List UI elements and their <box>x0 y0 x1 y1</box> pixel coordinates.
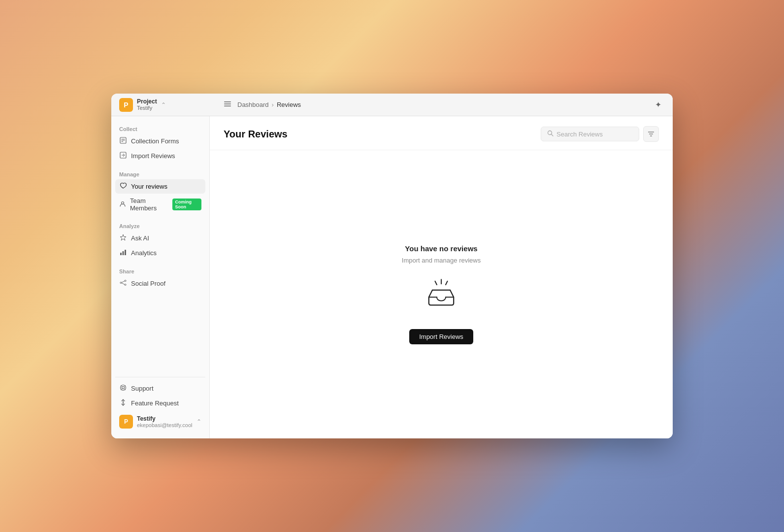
support-icon <box>119 384 127 393</box>
svg-rect-1 <box>224 103 231 104</box>
sidebar-item-collection-forms[interactable]: Collection Forms <box>115 134 205 148</box>
sidebar-section-collect: Collect Collection Forms <box>115 122 205 164</box>
title-bar-left: P Project Testify ⌃ <box>119 98 218 112</box>
user-avatar: P <box>119 415 133 429</box>
empty-state-title: You have no reviews <box>405 244 477 253</box>
svg-rect-12 <box>123 251 124 255</box>
analytics-icon <box>119 249 127 257</box>
sidebar-section-analyze: Analyze Ask AI <box>115 219 205 261</box>
svg-rect-0 <box>224 101 231 102</box>
sidebar-section-share: Share Social Proof <box>115 265 205 291</box>
import-reviews-icon <box>119 152 127 160</box>
app-icon: P <box>119 98 133 112</box>
sidebar-item-social-proof[interactable]: Social Proof <box>115 276 205 291</box>
ask-ai-label: Ask AI <box>131 234 149 242</box>
user-info: Testify ekepobasi@testify.cool <box>137 415 193 428</box>
title-bar-right: ✦ <box>651 98 665 112</box>
svg-line-33 <box>435 281 437 285</box>
user-name: Testify <box>137 415 193 422</box>
feature-request-label: Feature Request <box>131 399 179 407</box>
sidebar-item-feature-request[interactable]: Feature Request <box>115 396 205 410</box>
sidebar-item-support[interactable]: Support <box>115 381 205 396</box>
main-content: Your Reviews <box>210 116 673 438</box>
content-header: Your Reviews <box>210 116 673 150</box>
section-label-share: Share <box>115 265 205 276</box>
collection-forms-icon <box>119 137 127 145</box>
sidebar-item-ask-ai[interactable]: Ask AI <box>115 231 205 245</box>
svg-point-20 <box>122 387 125 389</box>
project-chevron-icon[interactable]: ⌃ <box>161 101 166 108</box>
app-name-primary: Project <box>137 98 157 105</box>
svg-line-28 <box>552 134 554 136</box>
feature-request-icon <box>119 399 127 407</box>
breadcrumb-current: Reviews <box>277 101 301 108</box>
section-label-analyze: Analyze <box>115 219 205 231</box>
svg-rect-13 <box>125 250 126 255</box>
section-label-collect: Collect <box>115 122 205 134</box>
breadcrumb-parent[interactable]: Dashboard <box>237 101 269 108</box>
sidebar-section-manage: Manage Your reviews <box>115 167 205 215</box>
svg-marker-10 <box>120 234 126 240</box>
support-label: Support <box>131 385 154 392</box>
title-bar: P Project Testify ⌃ Dashboard › Reviews … <box>111 94 673 116</box>
header-actions <box>541 126 659 142</box>
user-chevron-icon: ⌃ <box>196 418 201 425</box>
svg-point-14 <box>125 280 126 282</box>
svg-line-18 <box>122 283 125 285</box>
search-box[interactable] <box>541 127 639 141</box>
coming-soon-badge: Coming Soon <box>172 199 201 210</box>
svg-point-16 <box>125 284 126 286</box>
breadcrumb: Dashboard › Reviews <box>237 101 301 108</box>
team-members-icon <box>119 200 126 209</box>
sidebar-toggle-icon[interactable] <box>224 100 231 110</box>
sidebar-item-your-reviews[interactable]: Your reviews <box>115 179 205 194</box>
sidebar: Collect Collection Forms <box>111 116 210 438</box>
svg-rect-2 <box>224 105 231 106</box>
search-input[interactable] <box>556 131 633 138</box>
user-email: ekepobasi@testify.cool <box>137 422 193 428</box>
import-reviews-button[interactable]: Import Reviews <box>409 329 473 344</box>
ask-ai-icon <box>119 234 127 242</box>
social-proof-label: Social Proof <box>131 280 165 287</box>
team-members-label: Team Members <box>130 197 166 212</box>
app-name-secondary: Testify <box>137 105 157 111</box>
search-icon <box>547 130 554 138</box>
import-reviews-label: Import Reviews <box>131 152 175 160</box>
sidebar-bottom: Support Feature Request <box>115 377 205 432</box>
breadcrumb-separator: › <box>272 101 274 108</box>
empty-state-subtitle: Import and manage reviews <box>402 257 481 264</box>
svg-point-15 <box>120 282 122 284</box>
collection-forms-label: Collection Forms <box>131 137 179 145</box>
user-section[interactable]: P Testify ekepobasi@testify.cool ⌃ <box>115 411 205 432</box>
main-layout: Collect Collection Forms <box>111 116 673 438</box>
analytics-label: Analytics <box>131 249 157 257</box>
page-title: Your Reviews <box>224 129 288 140</box>
your-reviews-label: Your reviews <box>131 183 167 190</box>
empty-state-illustration <box>424 276 459 313</box>
sidebar-item-team-members[interactable]: Team Members Coming Soon <box>115 194 205 215</box>
app-window: P Project Testify ⌃ Dashboard › Reviews … <box>111 94 673 438</box>
settings-icon[interactable]: ✦ <box>651 98 665 112</box>
sidebar-item-analytics[interactable]: Analytics <box>115 246 205 260</box>
empty-state: You have no reviews Import and manage re… <box>210 150 673 438</box>
svg-line-17 <box>122 281 125 283</box>
svg-line-34 <box>446 281 448 285</box>
svg-rect-11 <box>120 253 122 255</box>
your-reviews-icon <box>119 182 127 191</box>
app-name: Project Testify <box>137 98 157 112</box>
filter-button[interactable] <box>643 126 659 142</box>
sidebar-item-import-reviews[interactable]: Import Reviews <box>115 149 205 163</box>
social-proof-icon <box>119 279 127 288</box>
section-label-manage: Manage <box>115 167 205 179</box>
